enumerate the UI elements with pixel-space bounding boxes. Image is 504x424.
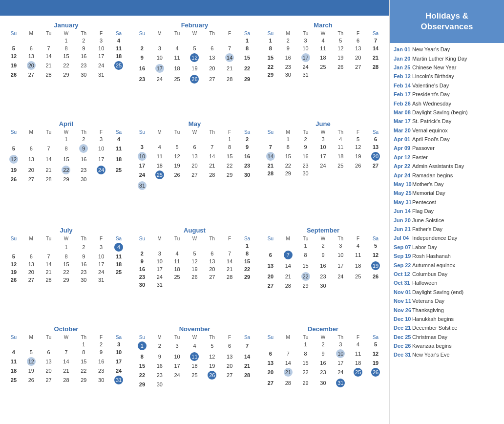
calendar-day: 16 [92,356,110,367]
calendar-day: 8 [133,351,151,362]
calendar-day: 15 [297,359,315,367]
calendar-day: 22 [238,265,256,273]
month-table: SuMTuWThFSa12345678910111213141516171819… [133,334,256,388]
calendar-day: 9 [151,351,168,362]
calendar-day: 2 [238,135,256,143]
holiday-name: Ash Wednesday [412,100,451,107]
day-header: Th [75,334,92,340]
calendar-day: 12 [367,250,384,260]
holiday-item: Mar 20Vernal equinox [394,127,500,134]
calendar-day [151,37,168,44]
calendar-day [332,282,349,290]
calendar-day: 6 [22,143,40,154]
holiday-name: Father's Day [412,226,442,233]
calendar-day: 18 [5,367,22,375]
calendar-day [203,281,221,289]
calendar-day: 14 [221,52,238,63]
calendar-day [221,37,238,44]
holiday-item: Feb 26Ash Wednesday [394,100,500,107]
calendar-day: 3 [332,340,349,348]
day-header: Th [332,30,349,37]
day-header: W [315,235,332,242]
calendar-day [186,242,204,250]
calendar-day: 9 [75,44,92,52]
calendar-day [168,281,186,289]
holiday-name: Pentecost [412,199,436,206]
calendar-day: 13 [186,151,204,162]
calendar-day: 23 [75,268,92,276]
calendar-day: 10 [168,351,186,362]
month-title: April [5,120,127,127]
calendar-day: 4 [168,44,186,52]
calendar-day [168,180,186,191]
calendar-day: 12 [186,257,204,265]
day-header: Tu [40,235,58,242]
calendar-day: 2 [133,44,151,52]
calendar-day: 12 [5,52,22,60]
holiday-item: Apr 09Passover [394,145,500,152]
calendar-day: 18 [168,63,186,74]
holiday-date: Oct 31 [394,279,412,287]
holiday-item: May 31Pentecost [394,199,500,206]
month-table: SuMTuWThFSa12345678910111213141516171819… [5,235,127,284]
calendar-day [168,37,186,44]
holiday-name: Memorial Day [412,190,445,197]
holiday-name: Autumnal equinox [412,262,455,269]
day-header: Th [332,235,349,242]
calendar-day: 3 [332,242,349,250]
calendar-day: 9 [133,52,151,63]
calendar-day: 4 [332,135,349,143]
calendar-day: 12 [22,356,40,367]
calendar-day: 3 [133,143,151,151]
calendar-day: 15 [279,151,297,162]
day-header: M [151,334,168,340]
calendar-day [203,37,221,44]
holiday-date: May 31 [394,199,412,206]
calendar-day [58,340,75,348]
holiday-name: Passover [412,145,435,152]
day-header: F [92,129,110,135]
calendar-day: 13 [262,260,279,271]
day-header: W [186,334,204,340]
holiday-name: St. Patrick's Day [412,118,451,125]
calendar-day: 17 [297,52,315,63]
calendar-day: 14 [367,44,384,52]
day-header: Su [5,235,22,242]
day-header: Su [5,30,22,37]
holiday-name: Columbus Day [412,271,447,278]
holiday-date: Mar 20 [394,127,412,134]
day-header: Th [332,129,349,135]
holiday-name: Hanukkah begins [412,316,454,323]
calendar-day: 28 [221,273,238,281]
holiday-item: Mar 08Daylight Saving (begin) [394,109,500,116]
calendar-day [151,135,168,143]
calendar-day: 22 [75,367,92,375]
calendar-day: 19 [168,162,186,170]
calendar-day: 11 [5,356,22,367]
calendar-day: 28 [262,170,279,177]
calendar-day: 13 [203,52,221,63]
day-header: W [315,30,332,37]
holiday-item: Apr 24Ramadan begins [394,172,500,179]
day-header: F [92,334,110,340]
calendar-day: 17 [92,260,110,268]
day-header: M [22,334,40,340]
calendar-day: 6 [22,44,40,52]
day-header: F [92,30,110,37]
month-title: July [5,227,127,234]
day-header: M [279,30,297,37]
calendar-day: 29 [262,71,279,79]
calendar-day: 27 [262,378,279,388]
calendar-day: 19 [5,268,22,276]
calendar-day: 17 [332,359,349,367]
calendar-day: 17 [332,260,349,271]
calendar-day: 26 [186,74,204,85]
calendar-day [238,281,256,289]
calendar-day: 28 [40,71,58,79]
calendar-day: 19 [332,52,349,63]
calendar-day [367,170,384,177]
calendar-day: 1 [58,135,75,143]
calendar-day: 28 [238,370,256,381]
calendar-day: 25 [332,162,349,170]
holiday-date: Sep 19 [394,253,412,260]
